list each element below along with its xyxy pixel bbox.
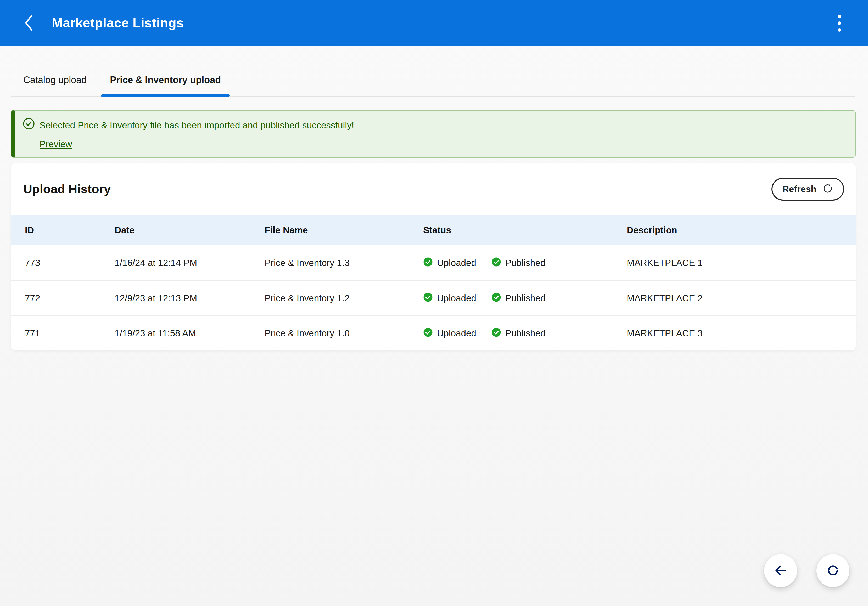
cell-id: 773	[25, 258, 115, 268]
refresh-button[interactable]: Refresh	[772, 178, 844, 201]
column-header-date: Date	[115, 225, 265, 235]
app-bar: Marketplace Listings	[0, 0, 868, 46]
status-label: Published	[505, 328, 546, 339]
cell-description: MARKETPLACE 3	[627, 328, 845, 339]
status-label: Uploaded	[437, 328, 476, 339]
cell-description: MARKETPLACE 1	[627, 258, 845, 268]
status-uploaded-badge: Uploaded	[423, 328, 476, 339]
status-published-badge: Published	[491, 292, 546, 304]
cell-date: 1/16/24 at 12:14 PM	[115, 258, 265, 268]
cell-date: 1/19/23 at 11:58 AM	[115, 328, 265, 339]
tab-price-inventory-upload[interactable]: Price & Inventory upload	[101, 74, 230, 96]
tab-catalog-upload[interactable]: Catalog upload	[14, 74, 96, 96]
column-header-file-name: File Name	[265, 225, 423, 235]
check-circle-filled-icon	[491, 257, 501, 269]
page-title: Marketplace Listings	[52, 15, 184, 31]
sync-icon	[825, 563, 841, 579]
cell-id: 771	[25, 328, 115, 339]
table-row[interactable]: 773 1/16/24 at 12:14 PM Price & Inventor…	[11, 245, 856, 280]
table-row[interactable]: 772 12/9/23 at 12:13 PM Price & Inventor…	[11, 280, 856, 315]
cell-file-name: Price & Inventory 1.0	[265, 328, 423, 339]
check-circle-filled-icon	[423, 257, 433, 269]
chevron-left-icon	[23, 14, 34, 32]
alert-message: Selected Price & Inventory file has been…	[40, 119, 354, 131]
status-uploaded-badge: Uploaded	[423, 292, 476, 304]
preview-link[interactable]: Preview	[40, 138, 72, 150]
cell-status: Uploaded Published	[423, 328, 627, 339]
status-label: Published	[505, 293, 546, 303]
column-header-description: Description	[627, 225, 845, 235]
check-circle-filled-icon	[423, 292, 433, 304]
check-circle-outline-icon	[23, 117, 35, 133]
arrow-left-icon	[773, 563, 788, 579]
card-title: Upload History	[23, 182, 111, 196]
check-circle-filled-icon	[491, 292, 501, 304]
upload-history-card: Upload History Refresh ID Date File Name…	[11, 163, 856, 351]
card-header: Upload History Refresh	[11, 163, 856, 215]
back-button[interactable]	[23, 14, 35, 32]
status-label: Published	[505, 258, 546, 268]
success-alert: Selected Price & Inventory file has been…	[11, 110, 856, 158]
column-header-status: Status	[423, 225, 627, 235]
status-published-badge: Published	[491, 257, 546, 269]
cell-file-name: Price & Inventory 1.3	[265, 258, 423, 268]
fab-sync-button[interactable]	[817, 554, 849, 587]
cell-file-name: Price & Inventory 1.2	[265, 293, 423, 303]
cell-id: 772	[25, 293, 115, 303]
cell-status: Uploaded Published	[423, 257, 627, 269]
table-row[interactable]: 771 1/19/23 at 11:58 AM Price & Inventor…	[11, 315, 856, 351]
status-uploaded-badge: Uploaded	[423, 257, 476, 269]
overflow-menu-button[interactable]	[831, 9, 848, 37]
column-header-id: ID	[25, 225, 115, 235]
refresh-icon	[822, 182, 833, 196]
check-circle-filled-icon	[491, 328, 501, 339]
table-header-row: ID Date File Name Status Description	[11, 215, 856, 245]
cell-date: 12/9/23 at 12:13 PM	[115, 293, 265, 303]
cell-status: Uploaded Published	[423, 292, 627, 304]
status-label: Uploaded	[437, 293, 476, 303]
tab-bar: Catalog upload Price & Inventory upload	[11, 46, 856, 97]
status-label: Uploaded	[437, 258, 476, 268]
check-circle-filled-icon	[423, 328, 433, 339]
cell-description: MARKETPLACE 2	[627, 293, 845, 303]
fab-back-button[interactable]	[764, 554, 797, 587]
kebab-vertical-icon	[838, 15, 841, 32]
status-published-badge: Published	[491, 328, 546, 339]
refresh-button-label: Refresh	[783, 184, 817, 194]
